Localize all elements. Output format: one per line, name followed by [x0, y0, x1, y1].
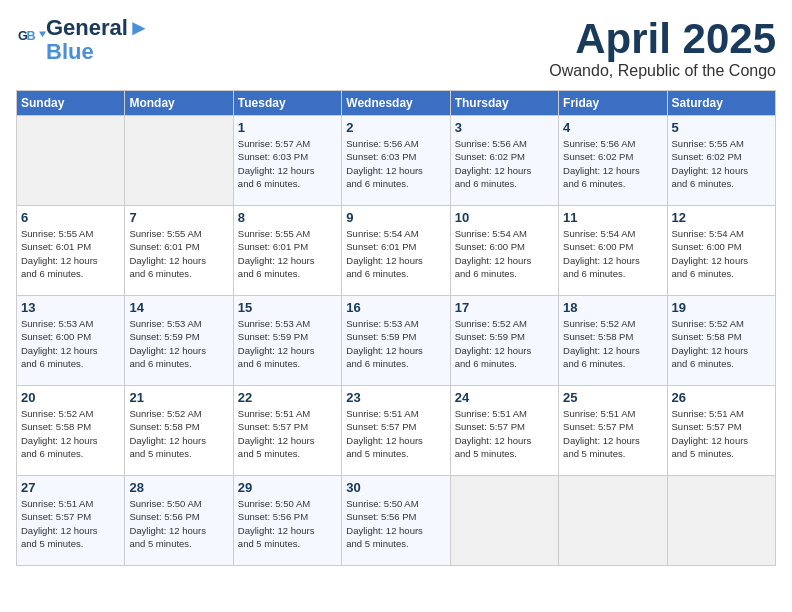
day-header: Sunday	[17, 91, 125, 116]
day-number: 27	[21, 480, 120, 495]
day-number: 1	[238, 120, 337, 135]
calendar-cell: 16Sunrise: 5:53 AM Sunset: 5:59 PM Dayli…	[342, 296, 450, 386]
day-info: Sunrise: 5:55 AM Sunset: 6:02 PM Dayligh…	[672, 137, 771, 190]
calendar-week-row: 6Sunrise: 5:55 AM Sunset: 6:01 PM Daylig…	[17, 206, 776, 296]
day-number: 20	[21, 390, 120, 405]
day-info: Sunrise: 5:55 AM Sunset: 6:01 PM Dayligh…	[129, 227, 228, 280]
day-info: Sunrise: 5:51 AM Sunset: 5:57 PM Dayligh…	[346, 407, 445, 460]
day-header: Friday	[559, 91, 667, 116]
day-number: 8	[238, 210, 337, 225]
day-info: Sunrise: 5:56 AM Sunset: 6:03 PM Dayligh…	[346, 137, 445, 190]
calendar-cell: 7Sunrise: 5:55 AM Sunset: 6:01 PM Daylig…	[125, 206, 233, 296]
calendar-week-row: 20Sunrise: 5:52 AM Sunset: 5:58 PM Dayli…	[17, 386, 776, 476]
day-info: Sunrise: 5:56 AM Sunset: 6:02 PM Dayligh…	[455, 137, 554, 190]
calendar-week-row: 13Sunrise: 5:53 AM Sunset: 6:00 PM Dayli…	[17, 296, 776, 386]
calendar-subtitle: Owando, Republic of the Congo	[549, 62, 776, 80]
day-info: Sunrise: 5:50 AM Sunset: 5:56 PM Dayligh…	[346, 497, 445, 550]
calendar-cell: 15Sunrise: 5:53 AM Sunset: 5:59 PM Dayli…	[233, 296, 341, 386]
calendar-cell: 24Sunrise: 5:51 AM Sunset: 5:57 PM Dayli…	[450, 386, 558, 476]
day-number: 3	[455, 120, 554, 135]
day-info: Sunrise: 5:53 AM Sunset: 5:59 PM Dayligh…	[129, 317, 228, 370]
day-number: 16	[346, 300, 445, 315]
day-info: Sunrise: 5:55 AM Sunset: 6:01 PM Dayligh…	[21, 227, 120, 280]
calendar-cell: 10Sunrise: 5:54 AM Sunset: 6:00 PM Dayli…	[450, 206, 558, 296]
day-number: 6	[21, 210, 120, 225]
day-number: 30	[346, 480, 445, 495]
day-number: 9	[346, 210, 445, 225]
day-info: Sunrise: 5:52 AM Sunset: 5:58 PM Dayligh…	[563, 317, 662, 370]
day-header: Tuesday	[233, 91, 341, 116]
calendar-cell: 30Sunrise: 5:50 AM Sunset: 5:56 PM Dayli…	[342, 476, 450, 566]
svg-text:B: B	[26, 29, 35, 43]
day-number: 23	[346, 390, 445, 405]
calendar-cell: 3Sunrise: 5:56 AM Sunset: 6:02 PM Daylig…	[450, 116, 558, 206]
day-number: 22	[238, 390, 337, 405]
day-info: Sunrise: 5:52 AM Sunset: 5:58 PM Dayligh…	[21, 407, 120, 460]
day-header: Monday	[125, 91, 233, 116]
logo: G B General► Blue	[16, 16, 150, 64]
calendar-cell	[667, 476, 775, 566]
header: G B General► Blue April 2025 Owando, Rep…	[16, 16, 776, 80]
calendar-table: SundayMondayTuesdayWednesdayThursdayFrid…	[16, 90, 776, 566]
day-number: 25	[563, 390, 662, 405]
calendar-cell	[125, 116, 233, 206]
day-header: Saturday	[667, 91, 775, 116]
day-number: 2	[346, 120, 445, 135]
day-number: 10	[455, 210, 554, 225]
calendar-cell: 25Sunrise: 5:51 AM Sunset: 5:57 PM Dayli…	[559, 386, 667, 476]
svg-marker-2	[39, 32, 46, 38]
day-number: 7	[129, 210, 228, 225]
day-info: Sunrise: 5:53 AM Sunset: 6:00 PM Dayligh…	[21, 317, 120, 370]
day-number: 18	[563, 300, 662, 315]
day-info: Sunrise: 5:54 AM Sunset: 6:01 PM Dayligh…	[346, 227, 445, 280]
day-header: Thursday	[450, 91, 558, 116]
calendar-header-row: SundayMondayTuesdayWednesdayThursdayFrid…	[17, 91, 776, 116]
calendar-title: April 2025	[549, 16, 776, 62]
calendar-cell: 13Sunrise: 5:53 AM Sunset: 6:00 PM Dayli…	[17, 296, 125, 386]
calendar-cell: 6Sunrise: 5:55 AM Sunset: 6:01 PM Daylig…	[17, 206, 125, 296]
calendar-cell: 29Sunrise: 5:50 AM Sunset: 5:56 PM Dayli…	[233, 476, 341, 566]
calendar-cell: 5Sunrise: 5:55 AM Sunset: 6:02 PM Daylig…	[667, 116, 775, 206]
calendar-cell: 28Sunrise: 5:50 AM Sunset: 5:56 PM Dayli…	[125, 476, 233, 566]
day-number: 14	[129, 300, 228, 315]
title-block: April 2025 Owando, Republic of the Congo	[549, 16, 776, 80]
calendar-cell: 18Sunrise: 5:52 AM Sunset: 5:58 PM Dayli…	[559, 296, 667, 386]
calendar-cell: 1Sunrise: 5:57 AM Sunset: 6:03 PM Daylig…	[233, 116, 341, 206]
day-info: Sunrise: 5:51 AM Sunset: 5:57 PM Dayligh…	[21, 497, 120, 550]
calendar-cell: 12Sunrise: 5:54 AM Sunset: 6:00 PM Dayli…	[667, 206, 775, 296]
day-info: Sunrise: 5:54 AM Sunset: 6:00 PM Dayligh…	[672, 227, 771, 280]
calendar-cell: 11Sunrise: 5:54 AM Sunset: 6:00 PM Dayli…	[559, 206, 667, 296]
calendar-cell: 17Sunrise: 5:52 AM Sunset: 5:59 PM Dayli…	[450, 296, 558, 386]
calendar-cell: 19Sunrise: 5:52 AM Sunset: 5:58 PM Dayli…	[667, 296, 775, 386]
day-info: Sunrise: 5:52 AM Sunset: 5:58 PM Dayligh…	[672, 317, 771, 370]
day-info: Sunrise: 5:51 AM Sunset: 5:57 PM Dayligh…	[238, 407, 337, 460]
calendar-cell: 21Sunrise: 5:52 AM Sunset: 5:58 PM Dayli…	[125, 386, 233, 476]
day-number: 15	[238, 300, 337, 315]
calendar-cell: 26Sunrise: 5:51 AM Sunset: 5:57 PM Dayli…	[667, 386, 775, 476]
day-info: Sunrise: 5:53 AM Sunset: 5:59 PM Dayligh…	[346, 317, 445, 370]
calendar-cell: 22Sunrise: 5:51 AM Sunset: 5:57 PM Dayli…	[233, 386, 341, 476]
day-info: Sunrise: 5:51 AM Sunset: 5:57 PM Dayligh…	[672, 407, 771, 460]
day-info: Sunrise: 5:54 AM Sunset: 6:00 PM Dayligh…	[455, 227, 554, 280]
day-number: 5	[672, 120, 771, 135]
calendar-cell: 2Sunrise: 5:56 AM Sunset: 6:03 PM Daylig…	[342, 116, 450, 206]
calendar-cell	[450, 476, 558, 566]
calendar-cell: 23Sunrise: 5:51 AM Sunset: 5:57 PM Dayli…	[342, 386, 450, 476]
day-info: Sunrise: 5:55 AM Sunset: 6:01 PM Dayligh…	[238, 227, 337, 280]
day-info: Sunrise: 5:50 AM Sunset: 5:56 PM Dayligh…	[129, 497, 228, 550]
day-info: Sunrise: 5:54 AM Sunset: 6:00 PM Dayligh…	[563, 227, 662, 280]
calendar-cell	[559, 476, 667, 566]
calendar-cell: 4Sunrise: 5:56 AM Sunset: 6:02 PM Daylig…	[559, 116, 667, 206]
day-number: 29	[238, 480, 337, 495]
calendar-cell: 9Sunrise: 5:54 AM Sunset: 6:01 PM Daylig…	[342, 206, 450, 296]
day-info: Sunrise: 5:51 AM Sunset: 5:57 PM Dayligh…	[455, 407, 554, 460]
calendar-cell: 27Sunrise: 5:51 AM Sunset: 5:57 PM Dayli…	[17, 476, 125, 566]
logo-text: General► Blue	[46, 16, 150, 64]
day-number: 12	[672, 210, 771, 225]
calendar-cell: 20Sunrise: 5:52 AM Sunset: 5:58 PM Dayli…	[17, 386, 125, 476]
calendar-week-row: 1Sunrise: 5:57 AM Sunset: 6:03 PM Daylig…	[17, 116, 776, 206]
day-number: 28	[129, 480, 228, 495]
day-number: 26	[672, 390, 771, 405]
calendar-body: 1Sunrise: 5:57 AM Sunset: 6:03 PM Daylig…	[17, 116, 776, 566]
day-info: Sunrise: 5:53 AM Sunset: 5:59 PM Dayligh…	[238, 317, 337, 370]
